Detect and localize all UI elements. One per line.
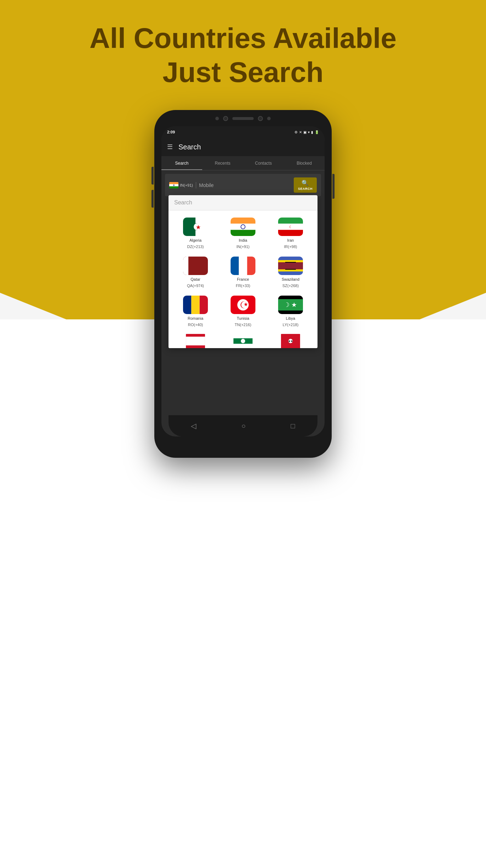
headline-section: All Countries Available Just Search [0, 21, 486, 89]
phone-outer: 2:09 ⚙ ✕ ▣ ▾ ▮ 🔋 ☰ Search Search [154, 110, 332, 458]
country-india[interactable]: India IN(+91) [220, 214, 266, 252]
country-romania[interactable]: Romania RO(+40) [172, 292, 219, 330]
status-icons: ⚙ ✕ ▣ ▾ ▮ 🔋 [294, 130, 319, 134]
svg-rect-19 [278, 257, 303, 260]
svg-rect-7 [231, 230, 255, 236]
svg-rect-14 [183, 257, 188, 275]
country-dropdown: Search Algeria DZ(+213) [169, 195, 317, 348]
volume-up-button [151, 167, 154, 185]
screen-icon: ▣ [303, 130, 306, 134]
svg-rect-9 [278, 218, 303, 224]
phone-screen: 2:09 ⚙ ✕ ▣ ▾ ▮ 🔋 ☰ Search Search [161, 126, 325, 436]
sensor-dot-2 [258, 116, 263, 121]
tabs-bar: Search Recents Contacts Blocked [161, 156, 325, 170]
wifi-icon: ▾ [308, 130, 310, 134]
search-button[interactable]: 🔍 SEARCH [294, 177, 317, 193]
france-name: France [237, 277, 249, 281]
front-camera [223, 116, 228, 121]
mobile-input[interactable]: Mobile [199, 182, 291, 188]
svg-rect-39 [186, 337, 205, 346]
country-tunisia[interactable]: Tunisia TN(+216) [220, 292, 266, 330]
country-swaziland[interactable]: Swaziland SZ(+268) [267, 253, 314, 291]
hamburger-icon[interactable]: ☰ [167, 143, 173, 151]
tab-blocked[interactable]: Blocked [284, 156, 325, 170]
back-button[interactable]: ◁ [191, 422, 196, 430]
svg-text:☾: ☾ [289, 225, 292, 229]
svg-rect-26 [183, 296, 191, 314]
svg-rect-21 [278, 262, 303, 269]
svg-rect-17 [239, 257, 247, 275]
phone-mockup: 2:09 ⚙ ✕ ▣ ▾ ▮ 🔋 ☰ Search Search [154, 110, 332, 820]
svg-rect-23 [278, 271, 303, 275]
romania-name: Romania [188, 316, 203, 320]
iran-name: Iran [287, 238, 294, 242]
iran-code: IR(+98) [284, 245, 297, 249]
svg-rect-27 [191, 296, 199, 314]
search-input-row: IN(+91) Mobile 🔍 SEARCH [165, 174, 321, 196]
swaziland-name: Swaziland [282, 277, 299, 281]
qatar-name: Qatar [190, 277, 200, 281]
tunisia-name: Tunisia [237, 316, 249, 320]
status-time: 2:09 [167, 130, 175, 134]
selected-country-code: IN(+91) [180, 183, 193, 187]
india-code: IN(+91) [237, 245, 250, 249]
status-bar: 2:09 ⚙ ✕ ▣ ▾ ▮ 🔋 [161, 126, 325, 138]
swaziland-code: SZ(+268) [282, 284, 299, 288]
volume-down-button [151, 190, 154, 208]
country-algeria[interactable]: Algeria DZ(+213) [172, 214, 219, 252]
romania-code: RO(+40) [188, 323, 203, 327]
sensor-dot-3 [267, 117, 271, 120]
algeria-code: DZ(+213) [187, 245, 204, 249]
speaker [232, 117, 254, 120]
tab-search[interactable]: Search [161, 156, 202, 170]
svg-rect-18 [247, 257, 255, 275]
svg-rect-28 [200, 296, 208, 314]
svg-rect-16 [231, 257, 239, 275]
country-selector[interactable]: IN(+91) [169, 182, 196, 188]
tunisia-code: TN(+216) [235, 323, 252, 327]
svg-text:★★: ★★ [288, 340, 293, 343]
qatar-code: QA(+974) [187, 284, 204, 288]
india-name: India [239, 238, 247, 242]
recents-button[interactable]: □ [291, 422, 295, 430]
country-iran[interactable]: ☾ Iran IR(+98) [267, 214, 314, 252]
svg-rect-11 [278, 230, 303, 236]
signal-bars: ▮ [311, 130, 313, 134]
algeria-name: Algeria [189, 238, 201, 242]
tab-contacts[interactable]: Contacts [243, 156, 284, 170]
libya-code: LY(+218) [283, 323, 299, 327]
country-libya[interactable]: ☽ ★ Libya LY(+218) [267, 292, 314, 330]
power-button [332, 174, 335, 199]
country-qatar[interactable]: Qatar QA(+974) [172, 253, 219, 291]
india-flag [169, 182, 178, 188]
toolbar-title: Search [178, 143, 201, 151]
bottom-nav: ◁ ○ □ [169, 415, 317, 436]
search-button-label: SEARCH [298, 187, 313, 191]
svg-point-42 [241, 339, 245, 343]
libya-name: Libya [286, 316, 295, 320]
dropdown-search-placeholder[interactable]: Search [169, 195, 317, 210]
headline-text: All Countries Available Just Search [0, 21, 486, 89]
france-code: FR(+33) [236, 284, 250, 288]
search-icon: 🔍 [302, 180, 309, 186]
country-grid: Algeria DZ(+213) India IN(+91) [169, 210, 317, 334]
battery-icon: 🔋 [315, 130, 319, 134]
country-france[interactable]: France FR(+33) [220, 253, 266, 291]
svg-rect-5 [231, 218, 255, 224]
sensor-dot-1 [215, 117, 219, 120]
svg-text:☽ ★: ☽ ★ [284, 301, 297, 308]
tab-recents[interactable]: Recents [202, 156, 243, 170]
svg-point-32 [241, 301, 248, 308]
app-toolbar: ☰ Search [161, 138, 325, 156]
home-button[interactable]: ○ [241, 422, 245, 430]
settings-icon: ⚙ [294, 130, 298, 134]
phone-sensors [215, 114, 271, 123]
signal-icon: ✕ [299, 130, 302, 134]
